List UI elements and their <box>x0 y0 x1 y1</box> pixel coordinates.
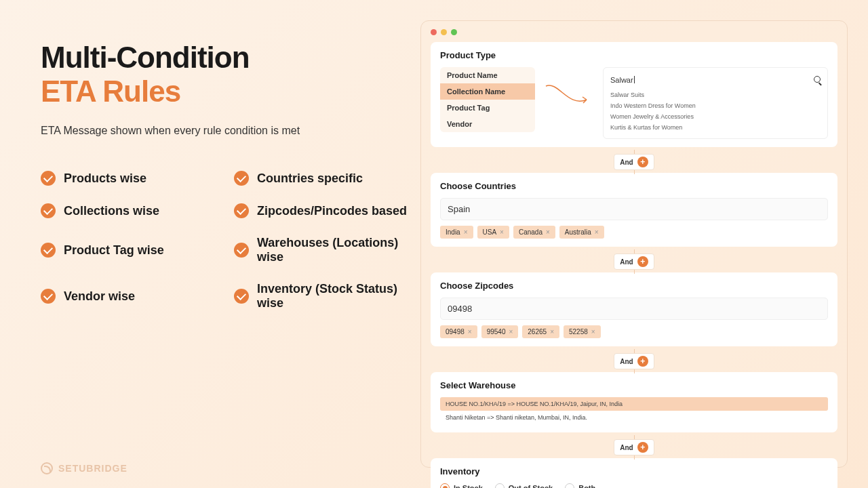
warehouse-option[interactable]: HOUSE NO.1/KHA/19 => HOUSE NO.1/KHA/19, … <box>440 397 828 411</box>
filter-chip[interactable]: 26265× <box>522 325 559 338</box>
product-search-input[interactable]: Salwar <box>610 76 633 84</box>
zipcodes-title: Choose Zipcodes <box>440 281 828 291</box>
radio-icon <box>565 483 574 488</box>
feature-text: Countries specific <box>257 171 363 186</box>
remove-chip-icon[interactable]: × <box>591 328 595 336</box>
check-icon <box>234 171 249 186</box>
feature-text: Zipcodes/Pincodes based <box>257 204 407 218</box>
headline-line2: ETA Rules <box>41 75 420 108</box>
add-rule-button[interactable]: + <box>637 442 648 453</box>
feature-text: Products wise <box>64 171 146 186</box>
product-type-option[interactable]: Product Tag <box>440 100 535 116</box>
search-icon[interactable] <box>814 76 821 83</box>
product-type-option[interactable]: Product Name <box>440 67 535 83</box>
product-type-option[interactable]: Collection Name <box>440 83 535 100</box>
arrow-icon <box>545 81 593 108</box>
filter-chip[interactable]: India× <box>440 226 473 239</box>
inventory-title: Inventory <box>440 466 828 476</box>
warehouse-title: Select Warehouse <box>440 380 828 390</box>
feature-text: Product Tag wise <box>64 243 164 258</box>
feature-item: Inventory (Stock Status) wise <box>234 282 420 310</box>
remove-chip-icon[interactable]: × <box>468 328 472 336</box>
feature-item: Products wise <box>41 171 227 186</box>
subtitle: ETA Message shown when every rule condit… <box>41 125 420 137</box>
add-rule-button[interactable]: + <box>637 356 648 367</box>
warehouse-card: Select Warehouse HOUSE NO.1/KHA/19 => HO… <box>431 372 837 432</box>
remove-chip-icon[interactable]: × <box>550 328 554 336</box>
rules-panel: Product Type Product NameCollection Name… <box>420 20 848 468</box>
inventory-radio[interactable]: Out of Stock <box>495 483 553 488</box>
feature-item: Countries specific <box>234 171 420 186</box>
feature-text: Inventory (Stock Status) wise <box>257 282 420 310</box>
brand-name: SETUBRIDGE <box>58 463 127 474</box>
inventory-radio[interactable]: In Stock <box>440 483 483 488</box>
feature-text: Vendor wise <box>64 289 135 304</box>
inventory-card: Inventory In StockOut of StockBoth <box>431 458 837 488</box>
filter-chip[interactable]: USA× <box>477 226 509 239</box>
minimize-icon[interactable] <box>441 29 447 35</box>
filter-chip[interactable]: 09498× <box>440 325 477 338</box>
countries-input[interactable]: Spain <box>440 198 828 220</box>
check-icon <box>234 203 249 218</box>
inventory-radio[interactable]: Both <box>565 483 595 488</box>
filter-chip[interactable]: Canada× <box>513 226 555 239</box>
feature-item: Vendor wise <box>41 282 227 310</box>
product-type-card: Product Type Product NameCollection Name… <box>431 42 837 147</box>
remove-chip-icon[interactable]: × <box>595 228 599 236</box>
and-connector: And + <box>614 353 654 369</box>
check-icon <box>41 171 56 186</box>
feature-item: Warehouses (Locations) wise <box>234 236 420 264</box>
check-icon <box>41 289 56 304</box>
check-icon <box>41 243 56 258</box>
zipcodes-input[interactable]: 09498 <box>440 298 828 320</box>
brand-footer: SETUBRIDGE <box>41 462 127 474</box>
remove-chip-icon[interactable]: × <box>500 228 504 236</box>
headline-line1: Multi-Condition <box>41 41 420 75</box>
brand-icon <box>41 462 53 474</box>
remove-chip-icon[interactable]: × <box>509 328 513 336</box>
warehouse-option[interactable]: Shanti Niketan => Shanti niketan, Mumbai… <box>440 411 828 424</box>
feature-text: Warehouses (Locations) wise <box>257 236 420 264</box>
remove-chip-icon[interactable]: × <box>546 228 550 236</box>
check-icon <box>234 243 249 258</box>
search-suggestion[interactable]: Indo Western Dress for Women <box>610 100 821 111</box>
product-search-panel: Salwar Salwar SuitsIndo Western Dress fo… <box>603 67 828 139</box>
countries-title: Choose Countries <box>440 181 828 191</box>
countries-card: Choose Countries Spain India×USA×Canada×… <box>431 173 837 247</box>
product-type-option[interactable]: Vendor <box>440 116 535 132</box>
zipcodes-card: Choose Zipcodes 09498 09498×99540×26265×… <box>431 272 837 346</box>
product-type-title: Product Type <box>440 50 828 60</box>
window-controls <box>431 29 837 35</box>
filter-chip[interactable]: Australia× <box>559 226 604 239</box>
add-rule-button[interactable]: + <box>637 256 648 267</box>
close-icon[interactable] <box>431 29 437 35</box>
filter-chip[interactable]: 52258× <box>564 325 601 338</box>
feature-text: Collections wise <box>64 204 159 218</box>
filter-chip[interactable]: 99540× <box>481 325 519 338</box>
remove-chip-icon[interactable]: × <box>464 228 468 236</box>
check-icon <box>234 289 249 304</box>
feature-item: Zipcodes/Pincodes based <box>234 203 420 218</box>
search-suggestion[interactable]: Salwar Suits <box>610 89 821 100</box>
maximize-icon[interactable] <box>451 29 457 35</box>
and-connector: And + <box>614 439 654 455</box>
add-rule-button[interactable]: + <box>637 157 648 167</box>
marketing-pane: Multi-Condition ETA Rules ETA Message sh… <box>20 20 420 468</box>
search-suggestion[interactable]: Kurtis & Kurtas for Women <box>610 122 821 133</box>
feature-item: Product Tag wise <box>41 236 227 264</box>
feature-item: Collections wise <box>41 203 227 218</box>
and-connector: And + <box>614 253 654 270</box>
and-connector: And + <box>614 154 654 170</box>
radio-icon <box>440 483 450 488</box>
search-suggestion[interactable]: Women Jewelry & Accessories <box>610 111 821 122</box>
check-icon <box>41 203 56 218</box>
radio-icon <box>495 483 505 488</box>
